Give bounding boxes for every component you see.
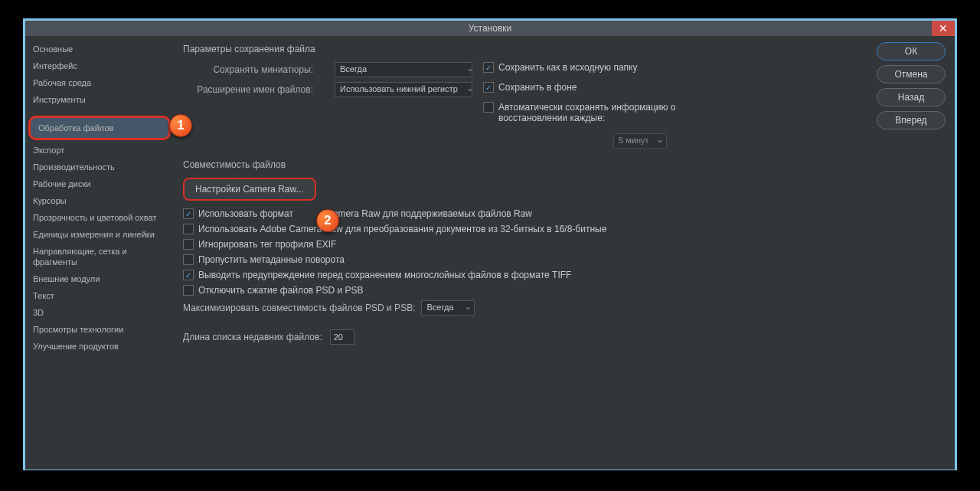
ext-label: Расширение имен файлов: [183,84,321,95]
disable-psd-row[interactable]: Отключить сжатие файлов PSD и PSB [183,285,861,296]
use-camera-raw-label: Использовать формат Camera Raw для подде… [198,208,532,219]
save-original-row[interactable]: Сохранить как в исходную папку [483,62,861,73]
use-adobe-camera-raw-checkbox[interactable] [183,224,194,234]
sidebar-item-performance[interactable]: Производительность [25,159,174,175]
sidebar-item-product-improve[interactable]: Улучшение продуктов [25,338,174,355]
sidebar-item-plugins[interactable]: Внешние модули [25,270,174,287]
sidebar: Основные Интерфейс Рабочая среда Инструм… [25,36,174,470]
sidebar-item-interface[interactable]: Интерфейс [25,57,174,74]
sidebar-item-transparency[interactable]: Прозрачность и цветовой охват [25,209,174,226]
warn-tiff-row[interactable]: Выводить предупреждение перед сохранение… [183,270,861,280]
max-compat-label: Максимизировать совместимость файлов PSD… [183,303,415,313]
save-options-section: Параметры сохранения файла Сохранять мин… [183,44,861,149]
warn-tiff-label: Выводить предупреждение перед сохранение… [198,270,571,280]
use-adobe-camera-raw-row[interactable]: Использовать Adobe Camera Raw для преобр… [183,224,861,234]
auto-save-row[interactable]: Автоматически сохранять информацию о вос… [483,102,861,123]
compat-section: Совместимость файлов Настройки Camera Ra… [183,159,861,316]
save-section-title: Параметры сохранения файла [183,44,861,54]
auto-interval-select[interactable]: 5 минут [613,133,667,149]
sidebar-item-file-handling[interactable]: Обработка файлов [28,116,171,140]
recent-files-input[interactable] [330,329,354,345]
annotation-marker-1: 1 [169,114,192,137]
compat-section-title: Совместимость файлов [183,159,861,170]
sidebar-item-tech-previews[interactable]: Просмотры технологии [25,321,174,338]
skip-rotate-label: Пропустить метаданные поворота [198,254,345,265]
warn-tiff-checkbox[interactable] [183,270,194,280]
titlebar: Установки ✕ [25,21,955,36]
sidebar-item-export[interactable]: Экспорт [25,142,174,159]
main-panel: Параметры сохранения файла Сохранять мин… [174,36,871,470]
save-background-checkbox[interactable] [483,82,494,93]
ignore-exif-checkbox[interactable] [183,239,194,250]
sidebar-item-tools[interactable]: Инструменты [25,91,174,108]
use-adobe-camera-raw-label: Использовать Adobe Camera Raw для преобр… [198,224,606,234]
sidebar-item-units[interactable]: Единицы измерения и линейки [25,226,174,243]
auto-save-checkbox[interactable] [483,102,494,113]
back-button[interactable]: Назад [877,88,946,106]
sidebar-item-scratch-disks[interactable]: Рабочие диски [25,175,174,192]
ignore-exif-label: Игнорировать тег профиля EXIF [198,239,336,250]
cancel-button[interactable]: Отмена [877,65,946,83]
sidebar-item-guides[interactable]: Направляющие, сетка и фрагменты [25,243,174,270]
sidebar-item-3d[interactable]: 3D [25,304,174,321]
save-original-label: Сохранить как в исходную папку [498,62,637,73]
sidebar-item-general[interactable]: Основные [25,41,174,57]
sidebar-item-cursors[interactable]: Курсоры [25,192,174,209]
close-button[interactable]: ✕ [932,21,955,36]
save-background-row[interactable]: Сохранить в фоне [483,82,861,93]
right-buttons: ОК Отмена Назад Вперед [871,36,955,470]
save-background-label: Сохранить в фоне [498,82,577,93]
max-compat-select[interactable]: Всегда [421,300,475,316]
camera-raw-settings-button[interactable]: Настройки Camera Raw... [183,178,316,201]
save-original-checkbox[interactable] [483,62,494,73]
sidebar-item-workspace[interactable]: Рабочая среда [25,74,174,91]
auto-save-label: Автоматически сохранять информацию о вос… [498,102,697,123]
skip-rotate-row[interactable]: Пропустить метаданные поворота [183,254,861,265]
forward-button[interactable]: Вперед [877,111,946,129]
recent-files-label: Длина списка недавних файлов: [183,332,322,342]
sidebar-item-hidden[interactable] [25,108,174,114]
skip-rotate-checkbox[interactable] [183,254,194,265]
thumb-select[interactable]: Всегда [335,62,472,77]
ok-button[interactable]: ОК [877,42,946,61]
use-camera-raw-checkbox[interactable] [183,208,194,219]
ext-select[interactable]: Использовать нижний регистр [335,82,472,97]
disable-psd-label: Отключить сжатие файлов PSD и PSB [198,285,364,296]
ignore-exif-row[interactable]: Игнорировать тег профиля EXIF [183,239,861,250]
use-camera-raw-row[interactable]: Использовать формат Camera Raw для подде… [183,208,861,219]
thumb-label: Сохранять миниатюры: [183,64,321,75]
window-title: Установки [469,23,511,34]
sidebar-item-type[interactable]: Текст [25,287,174,304]
annotation-marker-2: 2 [316,209,339,232]
disable-psd-checkbox[interactable] [183,285,194,296]
